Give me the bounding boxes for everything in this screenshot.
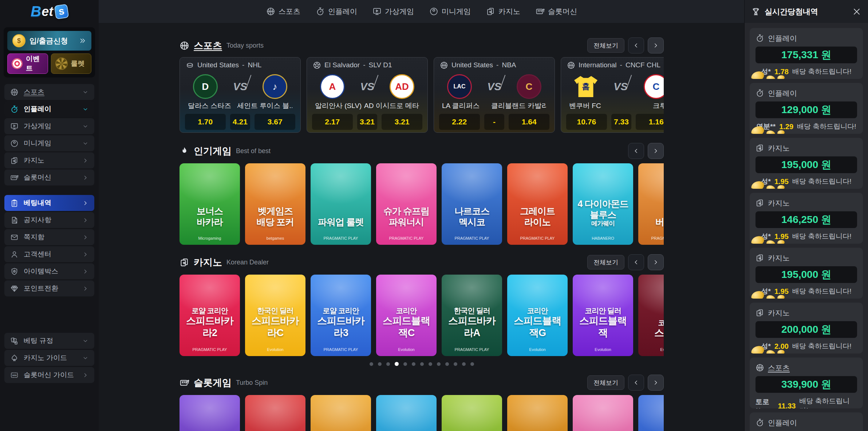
game-card[interactable] bbox=[638, 395, 664, 431]
sidebar-item-betting-history[interactable]: 베팅내역 bbox=[4, 195, 94, 211]
sidebar-item-notice[interactable]: 공지사항 bbox=[4, 212, 94, 228]
winner-message: 배당 축하드립니다! bbox=[792, 287, 852, 296]
nav-casino[interactable]: 카지노 bbox=[486, 7, 520, 16]
spade-icon bbox=[10, 354, 19, 362]
game-card[interactable]: 한국인 딜러스피드바카라A PRAGMATIC PLAY bbox=[442, 275, 502, 356]
deposit-withdraw-button[interactable]: $ 입/출금신청 bbox=[7, 31, 91, 51]
slots-next-button[interactable] bbox=[648, 375, 664, 391]
sidebar-item-sports[interactable]: 스포츠 bbox=[4, 84, 94, 100]
pagination-dot-active[interactable] bbox=[395, 362, 399, 366]
game-card[interactable]: 코리안 딜러스피드블랙잭 Evolution bbox=[573, 275, 633, 356]
game-card[interactable]: 나르코스멕시코 PRAGMATIC PLAY bbox=[442, 163, 502, 245]
chevron-right-icon bbox=[652, 379, 659, 386]
odds-home-button[interactable]: 2.17 bbox=[312, 114, 353, 130]
odds-draw-button[interactable]: 3.21 bbox=[357, 114, 378, 130]
winner-user: 토로** bbox=[755, 397, 774, 408]
game-card[interactable]: 코리안스피드블랙잭G Evolution bbox=[507, 275, 568, 356]
odds-away-button[interactable]: 1.64 bbox=[509, 114, 549, 130]
chevron-right-icon bbox=[652, 42, 659, 49]
sidebar-item-itembox[interactable]: 아이템박스 bbox=[4, 263, 94, 279]
pagination-dot[interactable] bbox=[454, 362, 457, 366]
nav-inplay[interactable]: 인플레이 bbox=[316, 7, 357, 16]
game-card[interactable] bbox=[245, 395, 305, 431]
pagination-dot[interactable] bbox=[378, 362, 382, 366]
sidebar-item-betting-rules[interactable]: 베팅 규정 bbox=[4, 333, 94, 349]
game-card[interactable]: 슈가 슈프림파워너시 PRAGMATIC PLAY bbox=[376, 163, 437, 245]
sports-view-all-button[interactable]: 전체보기 bbox=[587, 38, 624, 53]
sidebar-item-point-exchange[interactable]: 포인트전환 bbox=[4, 280, 94, 296]
casino-next-button[interactable] bbox=[648, 254, 664, 270]
game-card[interactable]: 파워업 룰렛 PRAGMATIC PLAY bbox=[311, 163, 371, 245]
sidebar-item-minigames[interactable]: 미니게임 bbox=[4, 135, 94, 151]
odds-draw-button[interactable]: - bbox=[484, 114, 505, 130]
casino-prev-button[interactable] bbox=[628, 254, 644, 270]
game-card[interactable]: 그레이트라이노 PRAGMATIC PLAY bbox=[507, 163, 568, 245]
game-card[interactable]: 보너스바카라 Microgaming bbox=[179, 163, 240, 245]
match-card: El Salvador - SLV D1 A VS AD 알리안사 (SLV) … bbox=[307, 57, 428, 133]
sidebar-item-slot-guide[interactable]: 슬롯머신 가이드 bbox=[4, 367, 94, 383]
game-card[interactable] bbox=[376, 395, 437, 431]
chevron-left-icon bbox=[633, 42, 639, 49]
slots-view-all-button[interactable]: 전체보기 bbox=[587, 375, 624, 390]
game-card[interactable]: 코리안스피드 Evolution bbox=[638, 275, 664, 356]
pagination-dot[interactable] bbox=[386, 362, 390, 366]
odds-away-button[interactable]: 3.67 bbox=[255, 114, 295, 130]
sports-next-button[interactable] bbox=[648, 37, 664, 53]
nav-virtual-games[interactable]: 가상게임 bbox=[372, 7, 414, 16]
odds-home-button[interactable]: 1.70 bbox=[185, 114, 226, 130]
odds-home-button[interactable]: 10.76 bbox=[566, 114, 607, 130]
odds-draw-button[interactable]: 7.33 bbox=[611, 114, 632, 130]
cards-dice-icon bbox=[10, 337, 19, 345]
sidebar-item-support[interactable]: 고객센터 bbox=[4, 246, 94, 262]
close-icon[interactable] bbox=[852, 7, 861, 16]
pagination-dot[interactable] bbox=[370, 362, 373, 366]
brand-logo-s: s bbox=[54, 4, 69, 19]
nav-minigames[interactable]: 미니게임 bbox=[429, 7, 471, 16]
game-card[interactable]: 그레이트 bbox=[311, 395, 371, 431]
sidebar-item-messages[interactable]: 쪽지함 bbox=[4, 229, 94, 245]
sports-prev-button[interactable] bbox=[628, 37, 644, 53]
sidebar-item-virtual-games[interactable]: 가상게임 bbox=[4, 118, 94, 134]
odds-away-button[interactable]: 1.16 bbox=[636, 114, 664, 130]
pagination-dot[interactable] bbox=[437, 362, 441, 366]
game-card[interactable] bbox=[442, 395, 502, 431]
sidebar-item-casino[interactable]: 카지노 bbox=[4, 152, 94, 168]
sidebar-item-slots[interactable]: 슬롯머신 bbox=[4, 169, 94, 185]
nav-slots[interactable]: 슬롯머신 bbox=[536, 7, 577, 16]
odds-away-button[interactable]: 3.21 bbox=[382, 114, 422, 130]
pagination-dot[interactable] bbox=[412, 362, 415, 366]
roulette-wheel-icon bbox=[55, 57, 68, 70]
pagination-dot[interactable] bbox=[420, 362, 424, 366]
event-button[interactable]: 이벤트 bbox=[7, 53, 48, 74]
pagination-dot[interactable] bbox=[429, 362, 432, 366]
pagination-dot[interactable] bbox=[445, 362, 449, 366]
casino-view-all-button[interactable]: 전체보기 bbox=[587, 255, 624, 270]
popular-prev-button[interactable] bbox=[628, 143, 644, 159]
pagination-dot[interactable] bbox=[470, 362, 474, 366]
slots-prev-button[interactable] bbox=[628, 375, 644, 391]
nav-sports[interactable]: 스포츠 bbox=[266, 7, 300, 16]
match-league: NBA bbox=[502, 61, 516, 69]
game-card[interactable]: 버펄로 PRAGMATIC PLAY bbox=[638, 163, 664, 245]
game-card[interactable] bbox=[573, 395, 633, 431]
game-card[interactable]: 로얄 코리안스피드바카라2 PRAGMATIC PLAY bbox=[179, 275, 240, 356]
game-card[interactable]: 한국인 딜러스피드바카라C Evolution bbox=[245, 275, 305, 356]
game-card[interactable] bbox=[179, 395, 240, 431]
slot-games-row: 그레이트 그레이트 bbox=[179, 395, 664, 431]
game-card[interactable]: 그레이트 bbox=[507, 395, 568, 431]
chevron-right-icon bbox=[82, 251, 88, 258]
odds-home-button[interactable]: 2.22 bbox=[439, 114, 480, 130]
sidebar-item-casino-guide[interactable]: 카지노 가이드 bbox=[4, 350, 94, 366]
roulette-button[interactable]: 룰렛 bbox=[51, 53, 92, 74]
popular-next-button[interactable] bbox=[648, 143, 664, 159]
game-card[interactable]: 4 다이아몬드블루스메가웨이 HABANERO bbox=[573, 163, 633, 245]
odds-draw-button[interactable]: 4.21 bbox=[230, 114, 250, 130]
game-card[interactable]: 로얄 코리안스피드바카라3 PRAGMATIC PLAY bbox=[311, 275, 371, 356]
main-area: 스포츠 인플레이 가상게임 미니게임 카지노 슬롯머신 스포츠 bbox=[99, 0, 745, 431]
game-card[interactable]: 벳게임즈배당 포커 betgames bbox=[245, 163, 305, 245]
pagination-dot[interactable] bbox=[462, 362, 466, 366]
sidebar-item-inplay[interactable]: 인플레이 bbox=[4, 101, 94, 117]
pagination-dot[interactable] bbox=[403, 362, 407, 366]
game-card[interactable]: 코리안스피드블랙잭C Evolution bbox=[376, 275, 437, 356]
brand-logo[interactable]: B et s bbox=[0, 0, 99, 23]
